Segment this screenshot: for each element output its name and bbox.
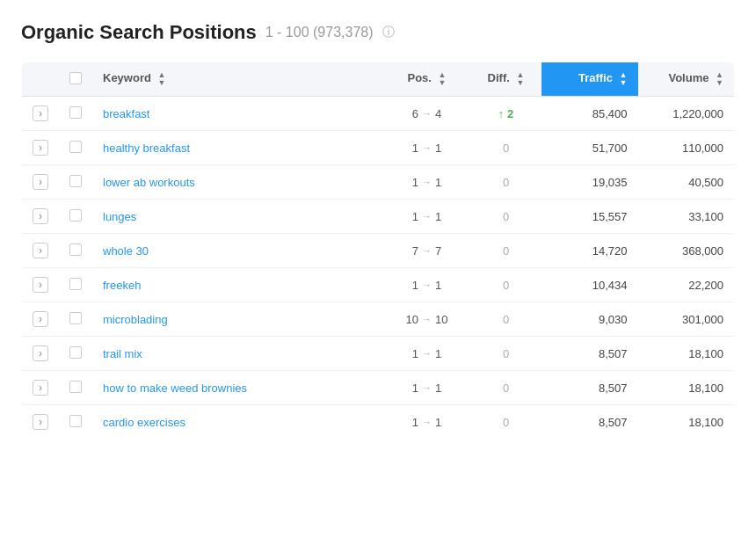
col-traffic-header[interactable]: Traffic ▲▼ (542, 62, 638, 97)
row-checkbox[interactable] (69, 415, 82, 427)
info-icon[interactable]: ⓘ (382, 25, 395, 40)
col-pos-header[interactable]: Pos. ▲▼ (383, 62, 471, 97)
pos-cell: 1 → 1 (394, 176, 461, 189)
pos-arrow: → (422, 108, 432, 119)
traffic-value: 8,507 (599, 382, 628, 395)
table-row: ›microblading 10 → 10 09,030301,000 (22, 302, 735, 337)
pos-from: 1 (412, 347, 418, 360)
diff-value: 0 (503, 347, 509, 360)
row-checkbox[interactable] (69, 209, 82, 222)
keyword-link[interactable]: freekeh (103, 279, 141, 292)
pos-cell: 7 → 7 (394, 244, 461, 258)
page-subtitle: 1 - 100 (973,378) (265, 25, 374, 40)
keyword-link[interactable]: microblading (103, 313, 168, 326)
pos-cell: 10 → 10 (394, 313, 461, 326)
keyword-link[interactable]: lower ab workouts (103, 176, 195, 189)
table-row: ›breakfast 6 → 4 ↑ 285,4001,220,000 (22, 97, 735, 131)
keyword-link[interactable]: breakfast (103, 107, 149, 120)
expand-button[interactable]: › (33, 105, 48, 121)
pos-to: 1 (435, 279, 441, 292)
pos-from: 1 (412, 142, 418, 155)
diff-value: 0 (503, 382, 509, 395)
col-check-header (59, 62, 92, 97)
table-row: ›healthy breakfast 1 → 1 051,700110,000 (22, 131, 735, 165)
keyword-link[interactable]: whole 30 (103, 244, 149, 258)
col-diff-header[interactable]: Diff. ▲▼ (471, 62, 542, 97)
volume-value: 33,100 (688, 210, 723, 223)
row-checkbox[interactable] (69, 381, 82, 393)
pos-to: 1 (435, 142, 441, 155)
pos-from: 6 (412, 107, 418, 120)
col-expand-header (22, 62, 60, 97)
row-checkbox[interactable] (69, 243, 82, 256)
pos-to: 1 (435, 176, 441, 189)
volume-sort-arrows: ▲▼ (716, 71, 723, 87)
pos-cell: 1 → 1 (394, 279, 461, 292)
expand-button[interactable]: › (33, 311, 48, 327)
page-title: Organic Search Positions (21, 21, 257, 44)
page-header: Organic Search Positions 1 - 100 (973,37… (21, 21, 735, 44)
volume-value: 18,100 (688, 382, 723, 395)
expand-button[interactable]: › (33, 414, 48, 430)
expand-button[interactable]: › (33, 140, 48, 156)
keyword-sort-arrows: ▲▼ (158, 71, 166, 87)
traffic-value: 15,557 (592, 210, 628, 223)
pos-cell: 1 → 1 (394, 210, 461, 223)
pos-cell: 6 → 4 (394, 107, 461, 120)
volume-value: 301,000 (682, 313, 723, 326)
pos-from: 1 (412, 382, 418, 395)
diff-sort-arrows: ▲▼ (516, 71, 524, 87)
traffic-value: 9,030 (599, 313, 628, 326)
volume-value: 18,100 (688, 347, 723, 360)
keyword-link[interactable]: trail mix (103, 347, 142, 360)
pos-arrow: → (422, 314, 432, 324)
table-row: ›whole 30 7 → 7 014,720368,000 (22, 234, 735, 268)
pos-arrow: → (422, 382, 432, 393)
pos-cell: 1 → 1 (394, 347, 461, 360)
pos-to: 1 (435, 416, 441, 429)
table-row: ›freekeh 1 → 1 010,43422,200 (22, 268, 735, 302)
pos-from: 1 (412, 176, 418, 189)
diff-value: 0 (503, 244, 509, 258)
keyword-link[interactable]: cardio exercises (103, 416, 185, 429)
pos-from: 1 (412, 210, 418, 223)
pos-from: 1 (412, 279, 418, 292)
pos-cell: 1 → 1 (394, 416, 461, 429)
traffic-value: 14,720 (592, 244, 628, 258)
expand-button[interactable]: › (33, 243, 48, 258)
pos-arrow: → (422, 245, 432, 256)
expand-button[interactable]: › (33, 380, 48, 396)
traffic-value: 51,700 (592, 142, 628, 155)
traffic-sort-arrows: ▲▼ (620, 71, 628, 87)
col-keyword-header[interactable]: Keyword ▲▼ (92, 62, 383, 97)
diff-value: 0 (503, 313, 509, 326)
table-row: ›cardio exercises 1 → 1 08,50718,100 (22, 405, 735, 440)
select-all-checkbox[interactable] (69, 72, 82, 84)
diff-value: 0 (503, 279, 509, 292)
row-checkbox[interactable] (69, 175, 82, 187)
col-volume-header[interactable]: Volume ▲▼ (638, 62, 735, 97)
keyword-link[interactable]: healthy breakfast (103, 142, 190, 155)
row-checkbox[interactable] (69, 106, 82, 119)
traffic-value: 85,400 (592, 107, 628, 120)
table-row: ›how to make weed brownies 1 → 1 08,5071… (22, 371, 735, 405)
pos-to: 1 (435, 210, 441, 223)
table-row: ›trail mix 1 → 1 08,50718,100 (22, 337, 735, 371)
keyword-link[interactable]: lunges (103, 210, 136, 223)
keyword-link[interactable]: how to make weed brownies (103, 382, 247, 395)
expand-button[interactable]: › (33, 208, 48, 224)
row-checkbox[interactable] (69, 346, 82, 359)
row-checkbox[interactable] (69, 312, 82, 324)
traffic-value: 8,507 (599, 347, 628, 360)
volume-value: 40,500 (688, 176, 723, 189)
pos-to: 1 (435, 347, 441, 360)
expand-button[interactable]: › (33, 345, 48, 361)
diff-value: 0 (503, 210, 509, 223)
traffic-value: 19,035 (592, 176, 628, 189)
row-checkbox[interactable] (69, 141, 82, 153)
expand-button[interactable]: › (33, 174, 48, 190)
expand-button[interactable]: › (33, 277, 48, 293)
volume-value: 22,200 (688, 279, 723, 292)
row-checkbox[interactable] (69, 278, 82, 290)
table-header: Keyword ▲▼ Pos. ▲▼ Diff. ▲▼ Traffic ▲▼ V… (22, 62, 735, 97)
